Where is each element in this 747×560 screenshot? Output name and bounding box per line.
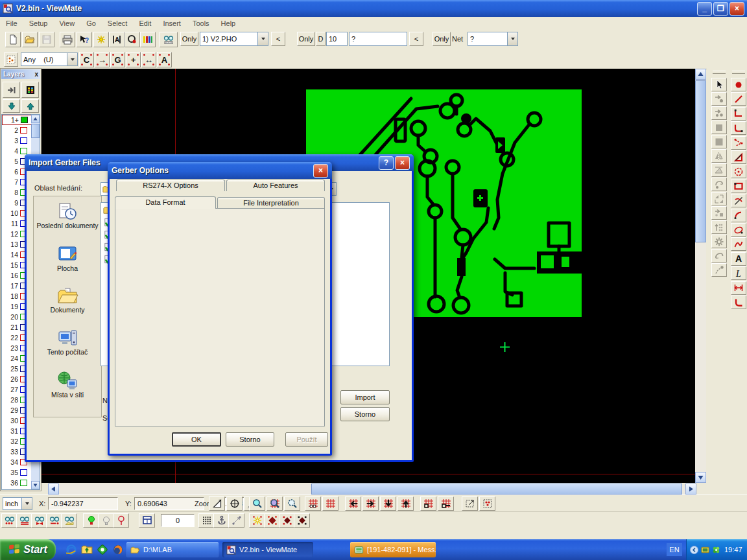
- ok-button[interactable]: OK: [172, 432, 221, 447]
- close-button[interactable]: ×: [729, 2, 744, 16]
- draw-dimension-button[interactable]: [731, 281, 746, 295]
- draw-arc-button[interactable]: [731, 209, 746, 222]
- layer-swatch[interactable]: [20, 469, 27, 476]
- pick-point-button[interactable]: [711, 263, 727, 277]
- layer-swatch[interactable]: [20, 137, 27, 144]
- draw-text-l-button[interactable]: L: [731, 266, 746, 280]
- prev-dcode-button[interactable]: <: [409, 32, 423, 46]
- flash-yellow-button[interactable]: [249, 513, 265, 528]
- scale-triangles-button[interactable]: [711, 192, 727, 205]
- color-bars-button[interactable]: [140, 32, 156, 47]
- place-desktop[interactable]: Plocha: [34, 244, 101, 272]
- pad-flash-dark-button[interactable]: [279, 513, 295, 528]
- step-repeat-button[interactable]: [711, 220, 727, 234]
- dot-grid-button[interactable]: [198, 513, 215, 528]
- move-up-button[interactable]: [21, 99, 39, 113]
- grid-pan-left-button[interactable]: [345, 496, 361, 511]
- tray-chevron-icon[interactable]: [689, 545, 699, 555]
- save-button[interactable]: [39, 32, 54, 47]
- grid-block-button[interactable]: [420, 496, 436, 511]
- menu-setup[interactable]: Setup: [23, 18, 54, 29]
- quicklaunch-firefox[interactable]: [112, 543, 124, 556]
- minimize-button[interactable]: _: [697, 2, 712, 16]
- grid-block-edit-button[interactable]: [438, 496, 454, 511]
- grid-pan-up-button[interactable]: [397, 496, 414, 511]
- draw-corner-button[interactable]: [731, 296, 746, 309]
- new-file-button[interactable]: [5, 32, 21, 47]
- quicklaunch-green-app[interactable]: [96, 543, 109, 556]
- paste-move-button[interactable]: [711, 206, 727, 220]
- gerber-options-close-button[interactable]: ×: [313, 164, 328, 178]
- prev-layer-button[interactable]: <: [271, 32, 285, 46]
- menu-tools[interactable]: Tools: [187, 18, 215, 29]
- move-down-button[interactable]: [3, 99, 20, 113]
- draw-text-a-button[interactable]: A: [731, 252, 746, 266]
- scroll-right-button[interactable]: [685, 484, 696, 495]
- tray-clover-icon[interactable]: [711, 545, 721, 555]
- draw-pad-button[interactable]: [731, 78, 746, 91]
- layer-swatch[interactable]: [20, 480, 27, 486]
- draw-line-button[interactable]: [731, 92, 746, 106]
- tab-data-format[interactable]: Data Format: [115, 196, 216, 209]
- scroll-left-button[interactable]: [48, 484, 59, 495]
- select-area-dots-button[interactable]: [479, 496, 495, 511]
- menu-view[interactable]: View: [53, 18, 80, 29]
- menu-help[interactable]: Help: [215, 18, 242, 29]
- magnifier-grid-button[interactable]: [267, 496, 283, 511]
- window-grid-button[interactable]: [139, 513, 155, 528]
- dcode-query-input[interactable]: ?: [349, 32, 407, 46]
- menu-file[interactable]: File: [0, 18, 23, 29]
- dcode-input[interactable]: 10: [326, 32, 348, 46]
- grid-button[interactable]: [322, 496, 338, 511]
- select-area-move-button[interactable]: [462, 496, 478, 511]
- magnifier-cyan-button[interactable]: [249, 496, 265, 511]
- draw-ellipse-button[interactable]: [731, 223, 746, 237]
- tray-card-icon[interactable]: [700, 545, 710, 555]
- import-button[interactable]: Import: [340, 390, 390, 404]
- letter-button-1[interactable]: →: [95, 52, 110, 67]
- only-net-button[interactable]: Only: [433, 32, 451, 46]
- palette-grip-right[interactable]: [732, 71, 745, 74]
- bulb-gray-button[interactable]: [98, 513, 114, 528]
- letter-button-0[interactable]: C: [79, 52, 94, 67]
- task-2[interactable]: [191-482-091] - Mess...: [350, 542, 436, 557]
- net-combo-arrow[interactable]: [507, 32, 517, 45]
- palette-grip-left[interactable]: [713, 71, 726, 74]
- layer-combo-arrow[interactable]: [257, 32, 268, 45]
- layer-combo[interactable]: 1) V2.PHO: [200, 32, 268, 46]
- glasses-pad-button[interactable]: [61, 513, 77, 528]
- scroll-up-button[interactable]: [695, 69, 706, 80]
- net-combo[interactable]: ?: [468, 32, 518, 46]
- draw-sketch-button[interactable]: [731, 237, 746, 251]
- glasses-ruler-button[interactable]: [160, 32, 178, 47]
- grid-points-button[interactable]: [305, 496, 321, 511]
- layer-scroll-up[interactable]: [31, 115, 40, 123]
- origin-target-button[interactable]: [226, 496, 243, 511]
- tab-file-interpretation[interactable]: File Interpretation: [217, 197, 325, 209]
- move-points-button[interactable]: [711, 106, 727, 120]
- caliper-button[interactable]: A: [109, 32, 124, 47]
- dialog-help-button[interactable]: ?: [379, 156, 394, 170]
- start-button[interactable]: Start: [0, 539, 56, 560]
- dashed-arrow-button[interactable]: [228, 513, 244, 528]
- dcode-label-button[interactable]: D: [316, 32, 326, 46]
- grid-pan-down-button[interactable]: [380, 496, 396, 511]
- draw-circle-button[interactable]: [731, 165, 746, 178]
- storno-button[interactable]: Storno: [226, 432, 274, 447]
- glasses-lines-button[interactable]: [16, 513, 32, 528]
- circle-red-button[interactable]: [124, 32, 140, 47]
- maximize-button[interactable]: ❐: [713, 2, 728, 16]
- task-1[interactable]: V2.bin - ViewMate: [222, 542, 313, 557]
- settings-gear-button[interactable]: [711, 235, 727, 248]
- angle-measure-button[interactable]: [209, 496, 225, 511]
- select-filter-arrow[interactable]: [67, 53, 77, 65]
- only-layer-button[interactable]: Only: [180, 32, 198, 46]
- flash-grid-button[interactable]: [93, 32, 109, 47]
- letter-button-3[interactable]: +: [126, 52, 141, 67]
- import-cancel-button[interactable]: Storno: [340, 407, 390, 421]
- rotate-lasso-button[interactable]: [711, 178, 727, 191]
- place-network-places[interactable]: Místa v síti: [34, 371, 101, 399]
- unit-combo[interactable]: inch: [3, 497, 32, 510]
- draw-polyline-button[interactable]: [731, 107, 746, 121]
- shear-button[interactable]: [711, 163, 727, 177]
